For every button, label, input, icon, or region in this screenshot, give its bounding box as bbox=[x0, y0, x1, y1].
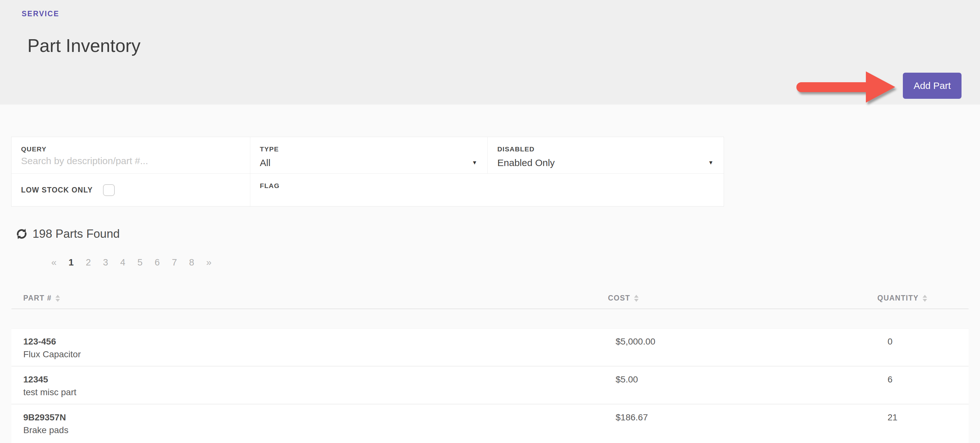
low-stock-checkbox[interactable] bbox=[103, 184, 115, 196]
column-header-quantity[interactable]: QUANTITY bbox=[877, 294, 927, 302]
pagination-page-4[interactable]: 4 bbox=[114, 257, 131, 268]
sort-icon[interactable] bbox=[56, 295, 60, 302]
pagination-page-5[interactable]: 5 bbox=[131, 257, 149, 268]
low-stock-label: LOW STOCK ONLY bbox=[21, 186, 93, 194]
part-description: Brake pads bbox=[23, 425, 68, 436]
pagination-page-3[interactable]: 3 bbox=[97, 257, 114, 268]
flag-filter-cell: FLAG bbox=[250, 174, 724, 206]
filters-row-2: LOW STOCK ONLY FLAG bbox=[11, 173, 724, 206]
type-filter-cell: TYPE All ▼ bbox=[250, 137, 488, 173]
part-description: test misc part bbox=[23, 387, 76, 398]
page-header: SERVICE Part Inventory Add Part bbox=[0, 0, 980, 105]
annotation-arrow-icon bbox=[796, 71, 896, 103]
refresh-icon[interactable] bbox=[15, 227, 28, 240]
part-description: Flux Capacitor bbox=[23, 349, 81, 360]
disabled-dropdown-value: Enabled Only bbox=[497, 157, 708, 168]
part-quantity: 0 bbox=[888, 336, 892, 347]
part-number: 9B29357N bbox=[23, 412, 66, 423]
type-dropdown[interactable]: All ▼ bbox=[260, 157, 478, 168]
pagination-page-1[interactable]: 1 bbox=[62, 257, 80, 268]
pagination: « 1 2 3 4 5 6 7 8 » bbox=[45, 255, 218, 270]
query-search-input[interactable] bbox=[21, 156, 240, 167]
column-header-label: QUANTITY bbox=[877, 294, 919, 302]
table-header: PART # COST QUANTITY bbox=[0, 294, 980, 308]
query-filter-cell: QUERY bbox=[11, 137, 250, 173]
chevron-down-icon: ▼ bbox=[472, 160, 477, 166]
query-label: QUERY bbox=[21, 145, 240, 153]
pagination-next[interactable]: » bbox=[200, 257, 218, 268]
arrow-head bbox=[866, 71, 895, 103]
table-row[interactable]: 12345 test misc part $5.00 6 bbox=[11, 367, 969, 405]
column-header-label: COST bbox=[608, 294, 630, 302]
breadcrumb-service: SERVICE bbox=[22, 10, 59, 18]
table-header-divider bbox=[11, 308, 969, 309]
table-row[interactable]: 123-456 Flux Capacitor $5,000.00 0 bbox=[11, 329, 969, 367]
column-header-part-number[interactable]: PART # bbox=[23, 294, 60, 302]
results-summary: 198 Parts Found bbox=[15, 226, 120, 241]
table-row[interactable]: 9B29357N Brake pads $186.67 21 bbox=[11, 405, 969, 442]
results-count: 198 Parts Found bbox=[32, 227, 120, 241]
sort-icon[interactable] bbox=[923, 295, 927, 302]
page-title: Part Inventory bbox=[27, 35, 141, 56]
column-header-label: PART # bbox=[23, 294, 52, 302]
part-quantity: 6 bbox=[888, 374, 892, 385]
sort-icon[interactable] bbox=[634, 295, 639, 302]
disabled-label: DISABLED bbox=[497, 145, 714, 153]
part-cost: $5,000.00 bbox=[616, 336, 655, 347]
type-dropdown-value: All bbox=[260, 157, 472, 168]
chevron-down-icon: ▼ bbox=[708, 160, 713, 166]
part-inventory-page: SERVICE Part Inventory Add Part QUERY TY… bbox=[0, 0, 980, 443]
column-header-cost[interactable]: COST bbox=[608, 294, 639, 302]
disabled-dropdown[interactable]: Enabled Only ▼ bbox=[497, 157, 714, 168]
filters-row-1: QUERY TYPE All ▼ DISABLED Enabled Only ▼ bbox=[11, 137, 724, 173]
part-cost: $186.67 bbox=[616, 412, 648, 423]
pagination-page-6[interactable]: 6 bbox=[149, 257, 166, 268]
pagination-page-8[interactable]: 8 bbox=[183, 257, 200, 268]
filters-panel: QUERY TYPE All ▼ DISABLED Enabled Only ▼ bbox=[11, 137, 724, 206]
pagination-page-2[interactable]: 2 bbox=[80, 257, 97, 268]
part-number: 123-456 bbox=[23, 336, 56, 347]
parts-table-body: 123-456 Flux Capacitor $5,000.00 0 12345… bbox=[11, 328, 969, 443]
flag-label: FLAG bbox=[260, 182, 714, 190]
part-number: 12345 bbox=[23, 374, 48, 385]
pagination-page-7[interactable]: 7 bbox=[166, 257, 183, 268]
pagination-prev[interactable]: « bbox=[45, 257, 62, 268]
part-cost: $5.00 bbox=[616, 374, 638, 385]
type-label: TYPE bbox=[260, 145, 478, 153]
add-part-button[interactable]: Add Part bbox=[903, 73, 961, 99]
low-stock-filter-cell: LOW STOCK ONLY bbox=[11, 174, 250, 206]
disabled-filter-cell: DISABLED Enabled Only ▼ bbox=[488, 137, 724, 173]
arrow-shaft bbox=[796, 82, 870, 92]
part-quantity: 21 bbox=[888, 412, 897, 423]
